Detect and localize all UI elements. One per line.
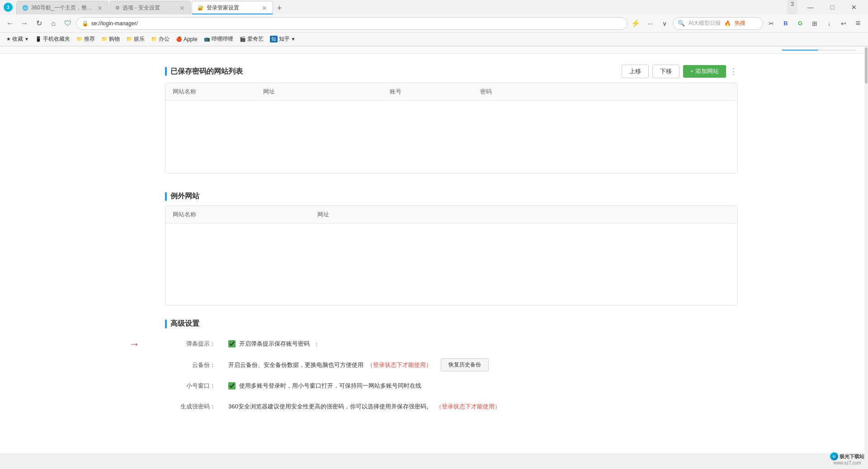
scissor-button[interactable]: ✂ (765, 17, 778, 30)
backup-link[interactable]: （登录状态下才能使用） (367, 361, 432, 369)
entertainment-label: 娱乐 (134, 35, 145, 43)
popup-content: 开启弹条提示保存账号密码 ↕ (228, 340, 738, 348)
new-tab-button[interactable]: + (273, 2, 286, 14)
arrow-annotation: → (129, 338, 140, 350)
tab-login-close[interactable]: ✕ (262, 5, 267, 12)
setting-row-popup: → 弹条提示： 开启弹条提示保存账号密码 ↕ (165, 338, 738, 350)
scrollbar-thumb[interactable] (865, 47, 868, 84)
maximize-button[interactable]: □ (822, 0, 843, 14)
exception-table-header: 网站名称 网址 (165, 206, 737, 224)
back-button[interactable]: ← (4, 17, 16, 30)
apple-label: Apple (184, 36, 198, 42)
zhihu-icon: 知 (270, 36, 278, 42)
down-button[interactable]: 下移 (652, 65, 679, 78)
setting-row-mini-window: 小号窗口： 使用多账号登录时，用小号窗口打开，可保持同一网站多账号同时在线 (165, 380, 738, 392)
close-button[interactable]: ✕ (844, 0, 864, 14)
zhihu-label: 知乎 (279, 35, 290, 43)
col-url-header: 网址 (256, 83, 382, 100)
apple-icon: 🍎 (176, 36, 182, 42)
tab-security-label: 选项 - 安全设置 (123, 4, 160, 12)
tab-security-favicon: ⚙ (115, 5, 120, 11)
exception-title-bar (165, 192, 167, 201)
up-button[interactable]: 上移 (622, 65, 649, 78)
shopping-label: 购物 (109, 35, 120, 43)
address-security-icon: 🔒 (82, 20, 89, 27)
search-icon: 🔍 (678, 20, 685, 27)
mini-window-checkbox[interactable] (228, 382, 236, 389)
recommend-icon: 📁 (76, 36, 83, 42)
saved-passwords-table: 网站名称 网址 账号 密码 (165, 83, 738, 174)
menu-button[interactable]: ≡ (852, 17, 864, 30)
hot-label: 热搜 (735, 19, 745, 27)
tab-360-home-label: 360导航_一个主页，整个世界 (31, 4, 94, 12)
saved-passwords-title: 已保存密码的网站列表 (170, 67, 243, 76)
popup-label: 弹条提示： (165, 340, 219, 348)
more-options-button[interactable]: ⋮ (730, 66, 738, 76)
shopping-icon: 📁 (101, 36, 108, 42)
refresh-button[interactable]: ↻ (33, 17, 45, 30)
icon2-button[interactable]: G (794, 17, 807, 30)
scrollbar[interactable] (864, 47, 868, 453)
lightning-button[interactable]: ⚡ (629, 17, 642, 30)
exception-header: 例外网站 (165, 192, 738, 201)
bookmark-recommend[interactable]: 📁 推荐 (74, 34, 98, 44)
tab-login-manager[interactable]: 🔐 登录管家设置 ✕ (192, 1, 273, 14)
tab-360-home-favicon: 🌐 (22, 5, 28, 11)
expand-button[interactable]: ∨ (658, 17, 671, 30)
bookmark-mobile[interactable]: 📱 手机收藏夹 (33, 34, 73, 44)
col-password-header: 密码 (473, 83, 737, 100)
mini-window-label: 小号窗口： (165, 382, 219, 390)
tab-security-close[interactable]: ✕ (179, 5, 185, 12)
bookmark-apple[interactable]: 🍎 Apple (173, 35, 200, 43)
undo-button[interactable]: ↩ (837, 17, 850, 30)
office-icon: 📁 (151, 36, 157, 42)
bookmark-office[interactable]: 📁 办公 (148, 34, 172, 44)
bookmark-zhihu[interactable]: 知 知乎 ▼ (267, 34, 298, 44)
mobile-icon: 📱 (35, 36, 42, 42)
saved-passwords-table-header: 网站名称 网址 账号 密码 (165, 83, 737, 101)
bookmarks-bar: ★ 收藏 ▼ 📱 手机收藏夹 📁 推荐 📁 购物 📁 娱乐 📁 办公 🍎 App… (0, 33, 868, 46)
tab-security-settings[interactable]: ⚙ 选项 - 安全设置 ✕ (109, 1, 191, 14)
address-bar[interactable]: 🔒 se://login-manager/ (76, 17, 627, 30)
saved-passwords-title-bar (165, 67, 167, 76)
hot-icon: 🔥 (724, 20, 731, 27)
more-button[interactable]: ··· (644, 17, 656, 30)
popup-text: 开启弹条提示保存账号密码 (239, 340, 310, 348)
advanced-title: 高级设置 (165, 319, 738, 328)
forward-button[interactable]: → (18, 17, 31, 30)
zhihu-arrow: ▼ (291, 37, 296, 42)
saved-passwords-table-body (165, 101, 737, 173)
icon3-button[interactable]: ⊞ (808, 17, 821, 30)
office-label: 办公 (159, 35, 170, 43)
bookmark-favorites[interactable]: ★ 收藏 ▼ (4, 34, 32, 44)
search-bar[interactable]: 🔍 AI大模型日报 🔥 热搜 (673, 17, 763, 30)
col-account-header: 账号 (382, 83, 473, 100)
add-website-button[interactable]: + 添加网站 (683, 65, 726, 78)
mini-window-text: 使用多账号登录时，用小号窗口打开，可保持同一网站多账号同时在线 (239, 382, 421, 390)
backup-label: 云备份： (165, 361, 219, 369)
icon1-button[interactable]: B (779, 17, 792, 30)
bookmark-shopping[interactable]: 📁 购物 (99, 34, 123, 44)
minimize-button[interactable]: — (800, 0, 821, 14)
watermark-logo: G (830, 452, 838, 460)
restore-backup-button[interactable]: 恢复历史备份 (441, 358, 489, 371)
exception-table-body (165, 224, 737, 305)
shield-button[interactable]: 🛡 (61, 17, 74, 30)
strong-password-text: 360安全浏览器建议使用安全性更高的强密码，你可以选择使用并保存强密码。 (228, 403, 432, 411)
popup-checkbox[interactable] (228, 340, 236, 347)
tab-360-home[interactable]: 🌐 360导航_一个主页，整个世界 ✕ (16, 1, 108, 14)
cursor-icon: ↕ (315, 341, 318, 347)
exception-col-name-header: 网站名称 (165, 206, 310, 223)
watermark: G 极光下载站 www.xz7.com (830, 452, 864, 465)
bookmark-bilibili[interactable]: 📺 哔哩哔哩 (201, 34, 236, 44)
strong-password-link[interactable]: （登录状态下才能使用） (436, 403, 500, 411)
setting-row-backup: 云备份： 开启云备份、安全备份数据，更换电脑也可方便使用 （登录状态下才能使用）… (165, 358, 738, 371)
bookmark-iqiyi[interactable]: 🎬 爱奇艺 (237, 34, 266, 44)
bookmark-entertainment[interactable]: 📁 娱乐 (123, 34, 147, 44)
backup-text: 开启云备份、安全备份数据，更换电脑也可方便使用 (228, 361, 363, 369)
entertainment-icon: 📁 (126, 36, 132, 42)
tab-360-home-close[interactable]: ✕ (97, 5, 103, 12)
home-button[interactable]: ⌂ (47, 17, 60, 30)
setting-row-strong-password: 生成强密码： 360安全浏览器建议使用安全性更高的强密码，你可以选择使用并保存强… (165, 400, 738, 413)
download-button[interactable]: ↓ (823, 17, 835, 30)
